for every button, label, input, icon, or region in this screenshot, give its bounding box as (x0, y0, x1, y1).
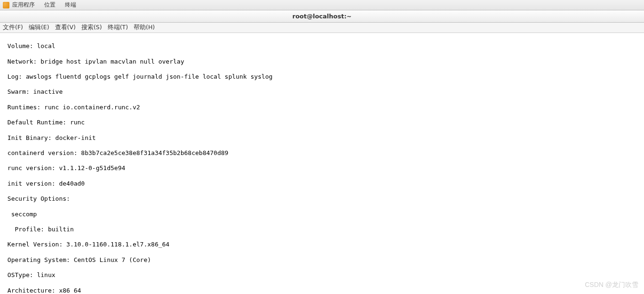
window-title-bar: root@localhost:~ (0, 10, 644, 23)
output-line: OSType: linux (4, 271, 640, 279)
terminal-output[interactable]: Volume: local Network: bridge host ipvla… (0, 33, 644, 293)
menu-edit[interactable]: 编辑(E) (29, 24, 49, 32)
window-title: root@localhost:~ (292, 13, 351, 20)
terminal-menu-bar: 文件(F) 编辑(E) 查看(V) 搜索(S) 终端(T) 帮助(H) (0, 23, 644, 33)
output-line: Kernel Version: 3.10.0-1160.118.1.el7.x8… (4, 241, 640, 248)
menu-search[interactable]: 搜索(S) (81, 24, 102, 32)
output-line: runc version: v1.1.12-0-g51d5e94 (4, 164, 640, 172)
gnome-top-panel: 应用程序 位置 终端 (0, 0, 644, 10)
menu-view[interactable]: 查看(V) (55, 24, 76, 32)
output-line: Init Binary: docker-init (4, 134, 640, 142)
menu-help[interactable]: 帮助(H) (134, 24, 155, 32)
top-panel-applications[interactable]: 应用程序 (12, 1, 35, 9)
top-panel-terminal[interactable]: 终端 (65, 1, 76, 9)
menu-terminal[interactable]: 终端(T) (108, 24, 128, 32)
output-line: Log: awslogs fluentd gcplogs gelf journa… (4, 73, 640, 81)
output-line: Security Options: (4, 195, 640, 203)
output-line: containerd version: 8b3b7ca2e5ce38e8f31a… (4, 149, 640, 157)
menu-file[interactable]: 文件(F) (3, 24, 23, 32)
output-line: Volume: local (4, 42, 640, 50)
output-line: seccomp (4, 211, 640, 218)
top-panel-places[interactable]: 位置 (44, 1, 56, 9)
output-line: Default Runtime: runc (4, 119, 640, 126)
output-line: Runtimes: runc io.containerd.runc.v2 (4, 104, 640, 111)
output-line: Architecture: x86_64 (4, 287, 640, 293)
output-line: init version: de40ad0 (4, 180, 640, 188)
output-line: Profile: builtin (4, 226, 640, 233)
output-line: Network: bridge host ipvlan macvlan null… (4, 58, 640, 65)
terminal-app-icon (3, 2, 9, 8)
output-line: Operating System: CentOS Linux 7 (Core) (4, 256, 640, 264)
output-line: Swarm: inactive (4, 88, 640, 96)
